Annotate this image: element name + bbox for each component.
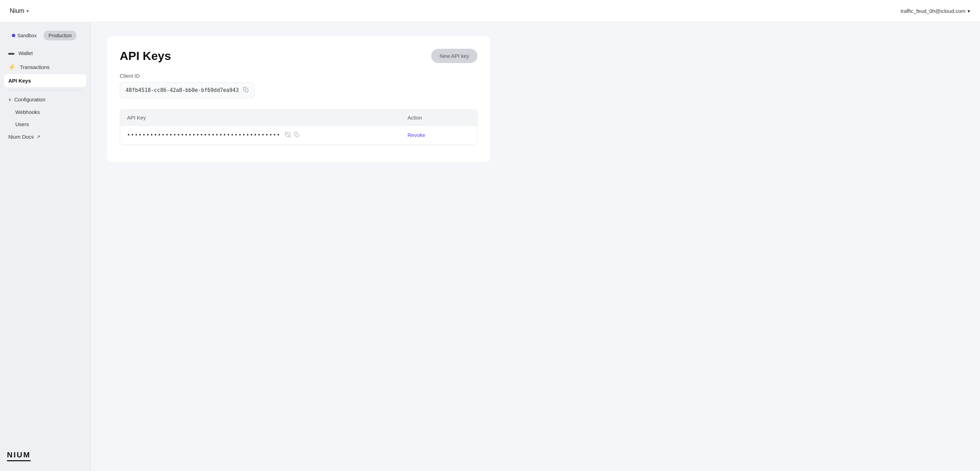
table-header: API Key Action	[120, 110, 477, 126]
org-chevron: ▾	[27, 8, 29, 14]
sidebar-item-transactions[interactable]: ⚡ Transactions	[4, 60, 86, 74]
user-chevron: ▾	[967, 8, 970, 14]
page-title: API Keys	[120, 49, 171, 63]
sidebar-item-api-keys[interactable]: API Keys	[4, 74, 86, 87]
nium-logo-text: NIUM	[7, 450, 30, 461]
col-action: Action	[401, 110, 477, 125]
sandbox-dot	[12, 34, 15, 37]
chevron-down-icon: ∨	[8, 97, 11, 102]
org-name: Nium	[10, 7, 24, 14]
user-menu[interactable]: traffic_feud_0h@icloud.com ▾	[900, 8, 970, 14]
nav-divider	[8, 90, 82, 90]
configuration-label: Configuration	[14, 96, 45, 102]
svg-rect-2	[296, 134, 299, 137]
api-key-masked: ••••••••••••••••••••••••••••••••••••••••	[127, 132, 280, 138]
api-keys-table: API Key Action •••••••••••••••••••••••••…	[120, 109, 477, 145]
sidebar-item-nium-docs[interactable]: Nium Docs ↗	[4, 130, 86, 143]
nium-docs-label: Nium Docs	[8, 134, 34, 140]
main-layout: Sandbox Production ▬ Wallet ⚡ Transactio…	[0, 22, 980, 471]
production-button[interactable]: Production	[43, 31, 76, 40]
org-selector[interactable]: Nium ▾	[10, 7, 29, 14]
client-id-section: Client ID 48fb4518-cc86-42a8-bb0e-bf69dd…	[120, 73, 477, 98]
sidebar-item-label: Transactions	[20, 64, 49, 70]
table-row: ••••••••••••••••••••••••••••••••••••••••	[120, 126, 477, 145]
copy-client-id-icon[interactable]	[243, 87, 248, 94]
sidebar: Sandbox Production ▬ Wallet ⚡ Transactio…	[0, 22, 91, 471]
sandbox-button[interactable]: Sandbox	[7, 31, 41, 40]
external-link-icon: ↗	[37, 134, 40, 139]
production-label: Production	[48, 33, 72, 38]
api-key-icons	[285, 131, 299, 139]
new-api-key-button[interactable]: New API key	[431, 49, 477, 63]
action-cell: Revoke	[401, 126, 477, 144]
transactions-icon: ⚡	[8, 64, 16, 71]
main-content: API Keys New API key Client ID 48fb4518-…	[91, 22, 980, 471]
sandbox-label: Sandbox	[18, 33, 37, 38]
nav-section: ▬ Wallet ⚡ Transactions API Keys ∨ Confi…	[0, 46, 90, 444]
sidebar-item-label: API Keys	[8, 78, 31, 84]
sidebar-item-webhooks[interactable]: Webhooks	[4, 106, 86, 118]
revoke-button[interactable]: Revoke	[407, 132, 425, 138]
wallet-icon: ▬	[8, 49, 14, 56]
sidebar-item-configuration[interactable]: ∨ Configuration	[4, 93, 86, 106]
content-card: API Keys New API key Client ID 48fb4518-…	[107, 36, 490, 162]
webhooks-label: Webhooks	[15, 109, 40, 115]
sidebar-item-label: Wallet	[18, 50, 33, 56]
user-email: traffic_feud_0h@icloud.com	[900, 8, 966, 14]
sidebar-item-users[interactable]: Users	[4, 118, 86, 130]
copy-key-icon[interactable]	[294, 132, 299, 139]
sidebar-item-wallet[interactable]: ▬ Wallet	[4, 46, 86, 60]
col-api-key: API Key	[120, 110, 401, 125]
env-toggle: Sandbox Production	[0, 28, 90, 46]
users-label: Users	[15, 121, 29, 127]
svg-rect-0	[245, 89, 248, 92]
top-header: Nium ▾ traffic_feud_0h@icloud.com ▾	[0, 0, 980, 22]
hide-key-icon[interactable]	[285, 131, 291, 139]
page-header: API Keys New API key	[120, 49, 477, 63]
client-id-box: 48fb4518-cc86-42a8-bb0e-bf69dd7ea943	[120, 82, 255, 98]
client-id-label: Client ID	[120, 73, 477, 79]
client-id-value: 48fb4518-cc86-42a8-bb0e-bf69dd7ea943	[126, 87, 239, 93]
sidebar-logo: NIUM	[0, 444, 90, 465]
api-key-cell: ••••••••••••••••••••••••••••••••••••••••	[120, 126, 401, 145]
